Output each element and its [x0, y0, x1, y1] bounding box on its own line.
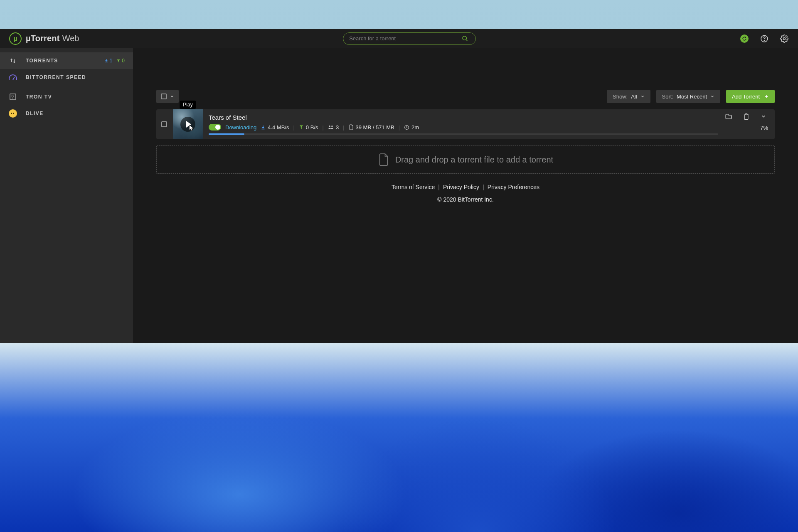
- progress-bar-track: [209, 133, 718, 135]
- open-folder-button[interactable]: [724, 112, 733, 121]
- sidebar-item-bittorrent-speed[interactable]: BITTORRENT SPEED: [0, 69, 133, 86]
- delete-button[interactable]: [741, 112, 751, 121]
- torrent-thumbnail: Play: [173, 109, 203, 139]
- logo-icon: µ: [9, 32, 22, 45]
- sidebar: TORRENTS 1 0: [0, 48, 133, 343]
- footer-link-privacy-policy[interactable]: Privacy Policy: [443, 184, 479, 190]
- svg-point-4: [783, 37, 786, 39]
- plus-icon: [764, 94, 769, 99]
- svg-point-3: [764, 40, 764, 40]
- chevron-down-icon: [170, 94, 174, 99]
- progress-bar-fill: [209, 133, 244, 135]
- torrent-size: 39 MB / 571 MB: [349, 124, 394, 131]
- search-box[interactable]: [343, 32, 476, 45]
- download-icon: [261, 125, 266, 130]
- brand-logo[interactable]: µ µTorrent Web: [9, 32, 79, 45]
- upload-speed: 0 B/s: [299, 124, 318, 131]
- add-torrent-button[interactable]: Add Torrent: [726, 90, 775, 103]
- search-icon[interactable]: [461, 34, 470, 43]
- torrent-row[interactable]: Play Tears of Steel: [156, 109, 775, 139]
- dlive-icon: ••: [8, 109, 17, 118]
- expand-row-button[interactable]: [759, 112, 768, 121]
- mouse-cursor-icon: [189, 124, 195, 132]
- select-all-dropdown[interactable]: [156, 90, 179, 103]
- desktop-wallpaper: [0, 343, 798, 532]
- brand-name: µTorrent: [26, 34, 60, 43]
- file-icon: [349, 124, 354, 130]
- sidebar-item-label: TRON TV: [26, 94, 125, 100]
- copyright-text: © 2020 BitTorrent Inc.: [437, 196, 494, 203]
- svg-point-11: [329, 126, 330, 127]
- downloading-count: 1: [104, 58, 113, 64]
- upload-icon: [299, 125, 304, 130]
- svg-point-0: [463, 36, 466, 40]
- help-icon[interactable]: [760, 34, 769, 43]
- torrent-title: Tears of Steel: [209, 114, 718, 121]
- torrent-toolbar: Show: All Sort: Most Recent Add Torrent: [156, 90, 775, 103]
- sort-dropdown[interactable]: Sort: Most Recent: [656, 90, 720, 103]
- app-header: µ µTorrent Web: [0, 29, 798, 48]
- svg-line-1: [466, 39, 467, 41]
- sidebar-item-label: TORRENTS: [26, 58, 96, 64]
- footer-link-terms[interactable]: Terms of Service: [392, 184, 435, 190]
- download-speed: 4.4 MB/s: [261, 124, 289, 131]
- chevron-down-icon: [710, 94, 714, 99]
- settings-gear-icon[interactable]: [780, 34, 789, 43]
- sidebar-item-label: DLIVE: [26, 111, 125, 116]
- speedometer-icon: [8, 73, 17, 82]
- sidebar-item-torrents[interactable]: TORRENTS 1 0: [0, 52, 133, 69]
- torrent-eta: 2m: [404, 124, 419, 131]
- sidebar-item-dlive[interactable]: •• DLIVE: [0, 105, 133, 122]
- sidebar-item-label: BITTORRENT SPEED: [26, 74, 125, 80]
- sort-value: Most Recent: [677, 94, 707, 100]
- brand-sub: Web: [62, 34, 79, 43]
- sidebar-divider: [0, 87, 133, 87]
- drop-zone-text: Drag and drop a torrent file to add a to…: [395, 155, 553, 165]
- peers-count: 3: [328, 124, 339, 131]
- checkbox-icon: [161, 94, 167, 99]
- show-value: All: [631, 94, 637, 100]
- torrent-status: Downloading: [225, 124, 256, 131]
- drop-zone[interactable]: Drag and drop a torrent file to add a to…: [156, 145, 775, 174]
- show-filter-dropdown[interactable]: Show: All: [607, 90, 650, 103]
- torrent-percent: 7%: [760, 125, 768, 131]
- sort-label: Sort:: [662, 94, 673, 100]
- sync-badge-icon[interactable]: [740, 34, 749, 43]
- chevron-down-icon: [640, 94, 645, 99]
- clock-icon: [404, 125, 409, 130]
- seeding-count: 0: [116, 58, 125, 64]
- active-toggle[interactable]: [209, 124, 221, 131]
- updown-icon: [8, 56, 17, 65]
- show-label: Show:: [613, 94, 628, 100]
- search-input[interactable]: [349, 35, 461, 42]
- tron-icon: ▽: [8, 92, 17, 101]
- app-footer: Terms of Service | Privacy Policy | Priv…: [156, 184, 775, 203]
- file-icon: [378, 153, 389, 167]
- utorrent-web-window: µ µTorrent Web: [0, 29, 798, 343]
- peers-icon: [328, 125, 334, 130]
- svg-point-12: [331, 126, 333, 127]
- row-checkbox[interactable]: [161, 121, 167, 127]
- sidebar-item-tron-tv[interactable]: ▽ TRON TV: [0, 89, 133, 105]
- footer-link-privacy-preferences[interactable]: Privacy Preferences: [488, 184, 539, 190]
- main-content: Show: All Sort: Most Recent Add Torrent: [133, 48, 798, 343]
- play-tooltip: Play: [180, 101, 196, 109]
- add-torrent-label: Add Torrent: [732, 94, 760, 100]
